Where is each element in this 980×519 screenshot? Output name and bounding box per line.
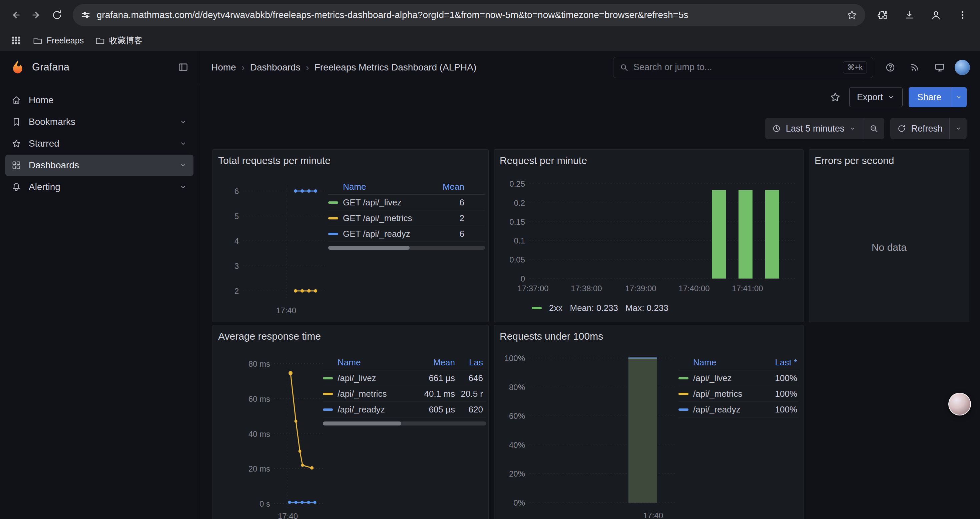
- svg-text:0: 0: [521, 274, 525, 283]
- back-button[interactable]: [5, 5, 26, 26]
- series-name[interactable]: /api/_livez: [337, 373, 422, 383]
- series-last: 646: [455, 373, 483, 383]
- series-max: Max: 0.233: [625, 303, 668, 313]
- time-range-button[interactable]: Last 5 minutes: [765, 118, 863, 139]
- sidebar-item-label: Alerting: [29, 182, 60, 192]
- legend-scrollbar[interactable]: [328, 246, 485, 250]
- zoom-out-time-button[interactable]: [863, 118, 884, 139]
- help-button[interactable]: [881, 58, 900, 77]
- downloads-button[interactable]: [900, 5, 919, 26]
- series-name[interactable]: /api/_metrics: [693, 389, 760, 399]
- chevron-down-icon: [887, 93, 895, 101]
- column-name[interactable]: Name: [337, 357, 422, 368]
- breadcrumb: Home › Dashboards › Freeleaps Metrics Da…: [211, 62, 613, 73]
- breadcrumb-home[interactable]: Home: [211, 62, 236, 73]
- series-mean: 605 µs: [422, 404, 455, 415]
- sidebar-item-alerting[interactable]: Alerting: [5, 176, 194, 198]
- requests-under-100ms-chart: 100% 80% 60% 40% 20% 0% 17:40: [499, 344, 686, 519]
- chevron-down-icon[interactable]: [179, 139, 188, 148]
- menu-button[interactable]: [953, 5, 972, 26]
- url-text[interactable]: grafana.mathmast.com/d/deytv4rwavabkb/fr…: [97, 10, 846, 21]
- chevron-down-icon[interactable]: [179, 183, 188, 192]
- time-controls: Last 5 minutes Refresh: [199, 110, 980, 147]
- breadcrumb-dashboards[interactable]: Dashboards: [250, 62, 301, 73]
- user-avatar[interactable]: [955, 60, 970, 75]
- series-name[interactable]: GET /api/_livez: [343, 197, 434, 208]
- column-name[interactable]: Name: [343, 182, 434, 192]
- series-name[interactable]: GET /api/_metrics: [343, 213, 434, 224]
- series-name[interactable]: 2xx: [549, 303, 562, 313]
- panel-requests-under-100ms: Requests under 100ms 100% 80% 60% 40% 20…: [494, 325, 803, 519]
- no-data-message: No data: [809, 173, 969, 322]
- svg-text:40 ms: 40 ms: [248, 430, 270, 439]
- bookmark-folder-label: Freeleaps: [47, 36, 84, 45]
- help-icon: [885, 62, 896, 73]
- svg-text:20 ms: 20 ms: [248, 464, 270, 473]
- bookmark-folder-freeleaps[interactable]: Freeleaps: [29, 34, 87, 48]
- favorite-dashboard-button[interactable]: [827, 89, 843, 105]
- series-name[interactable]: GET /api/_readyz: [343, 229, 434, 239]
- series-swatch: [323, 393, 333, 395]
- bookmark-folder-label: 收藏博客: [109, 35, 142, 46]
- search-input[interactable]: [633, 62, 843, 72]
- collapse-sidebar-button[interactable]: [177, 61, 189, 73]
- legend-row: /api/_livez 100%: [678, 370, 799, 386]
- download-icon: [904, 10, 915, 21]
- series-swatch: [678, 409, 689, 411]
- column-last[interactable]: Last *: [760, 357, 797, 368]
- profile-button[interactable]: [927, 5, 945, 26]
- sidebar-item-home[interactable]: Home: [5, 89, 194, 111]
- sidebar-item-starred[interactable]: Starred: [5, 133, 194, 154]
- grafana-logo[interactable]: [10, 59, 25, 75]
- series-name[interactable]: /api/_readyz: [693, 404, 760, 415]
- dashboard-actions: Export Share: [199, 84, 980, 110]
- refresh-interval-button[interactable]: [949, 118, 967, 139]
- refresh-group: Refresh: [890, 118, 967, 139]
- panel-title[interactable]: Average response time: [213, 325, 488, 342]
- column-mean[interactable]: Mean: [422, 357, 455, 368]
- column-mean[interactable]: Mean: [434, 182, 464, 192]
- bookmark-star-icon[interactable]: [846, 10, 857, 21]
- series-name[interactable]: /api/_readyz: [337, 404, 422, 415]
- sidebar-item-bookmarks[interactable]: Bookmarks: [5, 111, 194, 133]
- chevron-down-icon[interactable]: [179, 118, 188, 126]
- legend-scrollbar[interactable]: [323, 422, 486, 425]
- chevron-down-icon[interactable]: [179, 161, 188, 170]
- reload-button[interactable]: [47, 5, 67, 26]
- column-name[interactable]: Name: [693, 357, 760, 368]
- series-name[interactable]: /api/_livez: [693, 373, 760, 383]
- column-last[interactable]: Las: [455, 357, 483, 368]
- legend-row: /api/_livez 661 µs 646: [323, 370, 486, 386]
- refresh-button[interactable]: Refresh: [890, 118, 949, 139]
- bookmark-folder-blogs[interactable]: 收藏博客: [92, 33, 146, 48]
- export-button[interactable]: Export: [849, 87, 903, 107]
- floating-assistant-avatar[interactable]: [948, 393, 971, 415]
- panel-title[interactable]: Errors per second: [809, 150, 969, 166]
- refresh-label: Refresh: [911, 124, 943, 134]
- sidebar-item-label: Starred: [29, 138, 59, 149]
- panel-title[interactable]: Total requests per minute: [213, 150, 488, 166]
- svg-text:80 ms: 80 ms: [248, 359, 270, 368]
- breadcrumb-separator: ›: [306, 62, 309, 73]
- extensions-button[interactable]: [873, 5, 892, 26]
- sidebar-item-dashboards[interactable]: Dashboards: [5, 155, 194, 176]
- site-settings-icon[interactable]: [81, 10, 91, 20]
- forward-button[interactable]: [26, 5, 47, 26]
- svg-text:2: 2: [234, 287, 239, 295]
- share-menu-button[interactable]: [950, 87, 967, 107]
- topnav-icons: [881, 58, 970, 77]
- kiosk-button[interactable]: [930, 58, 949, 77]
- share-label: Share: [917, 92, 941, 102]
- monitor-icon: [934, 62, 945, 73]
- search-bar[interactable]: ⌘+k: [613, 57, 873, 78]
- panel-title[interactable]: Request per minute: [494, 150, 803, 166]
- apps-button[interactable]: [7, 32, 25, 49]
- url-bar[interactable]: grafana.mathmast.com/d/deytv4rwavabkb/fr…: [73, 4, 865, 26]
- series-name[interactable]: /api/_metrics: [337, 389, 422, 399]
- sidebar-nav: Home Bookmarks Starred Dashboards: [0, 83, 199, 204]
- svg-text:17:41:00: 17:41:00: [732, 284, 763, 293]
- news-button[interactable]: [905, 58, 924, 77]
- share-button[interactable]: Share: [908, 87, 950, 107]
- panel-title[interactable]: Requests under 100ms: [494, 325, 803, 342]
- request-per-minute-chart: 0.25 0.2 0.15 0.1 0.05 0 17:37:00 17:38:…: [499, 168, 799, 315]
